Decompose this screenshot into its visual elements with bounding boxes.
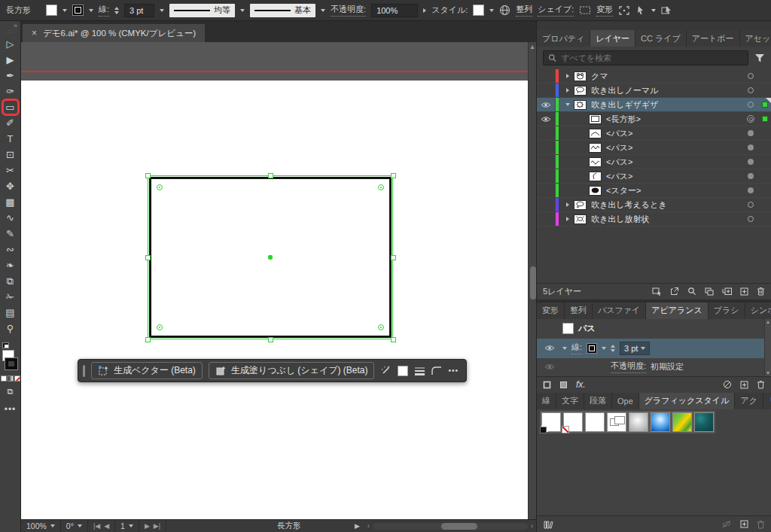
- visibility-toggle-empty[interactable]: [537, 155, 556, 169]
- layer-thumbnail[interactable]: [574, 71, 587, 81]
- styles-tab[interactable]: 文字: [556, 393, 584, 409]
- handle-bottom-center[interactable]: [268, 337, 273, 342]
- layer-thumbnail[interactable]: [589, 172, 602, 181]
- none-button[interactable]: [14, 375, 20, 382]
- layer-thumbnail[interactable]: [574, 86, 587, 96]
- layer-row[interactable]: 吹き出し考えるとき: [537, 198, 771, 212]
- layer-name[interactable]: <パス>: [606, 171, 742, 182]
- style-swatch[interactable]: [473, 5, 484, 16]
- hand-tool[interactable]: ✥: [2, 178, 20, 194]
- locate-object-icon[interactable]: [687, 287, 696, 296]
- artboard-tool[interactable]: ⧉: [2, 273, 20, 289]
- handle-top-center[interactable]: [268, 173, 273, 178]
- artboard-nav-next-last[interactable]: ▶ ▶|: [139, 520, 166, 532]
- new-sublayer-icon[interactable]: [722, 287, 732, 296]
- layer-name[interactable]: <パス>: [606, 157, 742, 168]
- make-clipping-mask-icon[interactable]: [705, 287, 714, 296]
- direct-selection-tool[interactable]: ▷: [2, 36, 20, 52]
- layer-target-icon[interactable]: [742, 73, 759, 79]
- opacity-label[interactable]: 不透明度:: [331, 4, 366, 17]
- appearance-tab[interactable]: アピアランス: [646, 302, 709, 319]
- isolate-selection-icon[interactable]: [661, 5, 672, 16]
- layer-row[interactable]: 吹き出しギザギザ: [537, 98, 771, 112]
- clear-appearance-icon[interactable]: [723, 380, 732, 389]
- rectangle-tool[interactable]: ▭: [2, 99, 20, 115]
- stroke-weight-stepper[interactable]: [114, 7, 119, 14]
- layer-expander-icon[interactable]: [562, 103, 574, 106]
- select-similar-icon[interactable]: [635, 5, 646, 16]
- appearance-opacity-value[interactable]: 初期設定: [651, 361, 684, 372]
- free-transform-tool[interactable]: ⊡: [2, 147, 20, 163]
- task-more-button[interactable]: •••: [448, 366, 459, 375]
- prev-artboard-icon[interactable]: ◀: [104, 522, 109, 530]
- layer-thumbnail[interactable]: [589, 186, 602, 196]
- delete-layer-icon[interactable]: [757, 287, 765, 296]
- type-tool[interactable]: T: [2, 131, 20, 147]
- new-style-icon[interactable]: [740, 520, 748, 528]
- canvas-area[interactable]: 生成ベクター (Beta) 生成塗りつぶし (シェイプ) (Beta) ••• …: [21, 42, 536, 519]
- handle-middle-right[interactable]: [391, 255, 396, 260]
- curvature-tool[interactable]: ✑: [2, 84, 20, 99]
- search-input-box[interactable]: [543, 50, 748, 65]
- bounding-box-corners-icon[interactable]: [618, 5, 630, 16]
- layer-name[interactable]: <パス>: [606, 128, 742, 139]
- close-tab-icon[interactable]: ×: [32, 28, 37, 38]
- layer-row[interactable]: <パス>: [537, 155, 771, 169]
- layer-name[interactable]: クマ: [591, 71, 742, 82]
- corner-radius-widget-tr[interactable]: [378, 184, 384, 190]
- graphic-style-white[interactable]: [585, 412, 605, 432]
- select-similar-dropdown-icon[interactable]: [651, 9, 656, 12]
- appearance-stroke-row[interactable]: 線: 3 pt: [537, 339, 771, 358]
- fill-color-swatch[interactable]: [46, 5, 57, 16]
- layer-row[interactable]: <長方形>: [537, 112, 771, 126]
- duplicate-item-icon[interactable]: [740, 381, 748, 389]
- graphic-style-two-rects[interactable]: [607, 412, 626, 432]
- stroke-box[interactable]: [5, 358, 17, 369]
- visibility-toggle-empty[interactable]: [537, 212, 556, 226]
- add-stroke-icon[interactable]: [543, 381, 551, 389]
- scroll-up-icon[interactable]: ▲: [529, 42, 536, 50]
- artboard-nav-first-prev[interactable]: |◀ ◀: [88, 520, 115, 532]
- stroke-dropdown-icon[interactable]: [89, 9, 93, 12]
- shape-label[interactable]: シェイプ:: [538, 4, 574, 17]
- appearance-opacity-label[interactable]: 不透明度:: [611, 360, 646, 373]
- toolbar-collapse-icon[interactable]: »: [14, 21, 20, 29]
- corner-radius-widget-br[interactable]: [378, 324, 384, 330]
- appearance-stroke-weight-dropdown-icon[interactable]: [641, 347, 645, 350]
- layer-target-icon[interactable]: [742, 115, 759, 123]
- layer-expander-icon[interactable]: [562, 74, 574, 78]
- layer-target-icon[interactable]: [742, 87, 759, 93]
- visibility-toggle-empty[interactable]: [537, 169, 556, 183]
- collect-for-export-icon[interactable]: [652, 287, 662, 296]
- filter-funnel-icon[interactable]: [754, 53, 765, 63]
- layer-thumbnail[interactable]: [574, 200, 587, 210]
- brush-dropdown-icon[interactable]: [321, 9, 325, 12]
- generate-vector-button[interactable]: 生成ベクター (Beta): [91, 362, 203, 379]
- horizontal-scrollbar[interactable]: ‹ ›: [367, 520, 533, 532]
- gradient-button[interactable]: [8, 375, 14, 382]
- eyedropper-tool[interactable]: ✎: [2, 226, 20, 242]
- opacity-visibility-eye-icon[interactable]: [541, 363, 558, 370]
- appearance-stroke-weight[interactable]: 3 pt: [620, 342, 650, 355]
- visibility-toggle-empty[interactable]: [537, 84, 556, 97]
- layer-name[interactable]: 吹き出し考えるとき: [591, 199, 742, 211]
- brush-definition-select[interactable]: 基本: [250, 4, 315, 17]
- visibility-toggle-empty[interactable]: [537, 184, 556, 197]
- layer-expander-icon[interactable]: [562, 88, 574, 93]
- graphic-style-default[interactable]: [541, 412, 561, 432]
- styles-tab[interactable]: リン: [763, 393, 771, 409]
- task-bar-grip[interactable]: [83, 365, 85, 377]
- styles-tab[interactable]: 段落: [584, 393, 612, 409]
- edit-toolbar-icon[interactable]: •••: [5, 404, 17, 415]
- layer-target-icon[interactable]: [742, 159, 759, 165]
- layer-name[interactable]: 吹き出しノーマル: [591, 85, 742, 96]
- vertical-scrollbar[interactable]: ▲: [528, 42, 536, 519]
- scissors-tool[interactable]: ✂: [2, 163, 20, 178]
- toolbar-grip[interactable]: ::::: [6, 29, 15, 33]
- layer-row[interactable]: <パス>: [537, 126, 771, 141]
- last-artboard-icon[interactable]: ▶|: [154, 522, 160, 530]
- share-icon[interactable]: [670, 287, 679, 296]
- rotation-select[interactable]: 0°: [61, 520, 88, 532]
- horizontal-scroll-track[interactable]: [373, 523, 528, 530]
- visibility-toggle-empty[interactable]: [537, 141, 556, 154]
